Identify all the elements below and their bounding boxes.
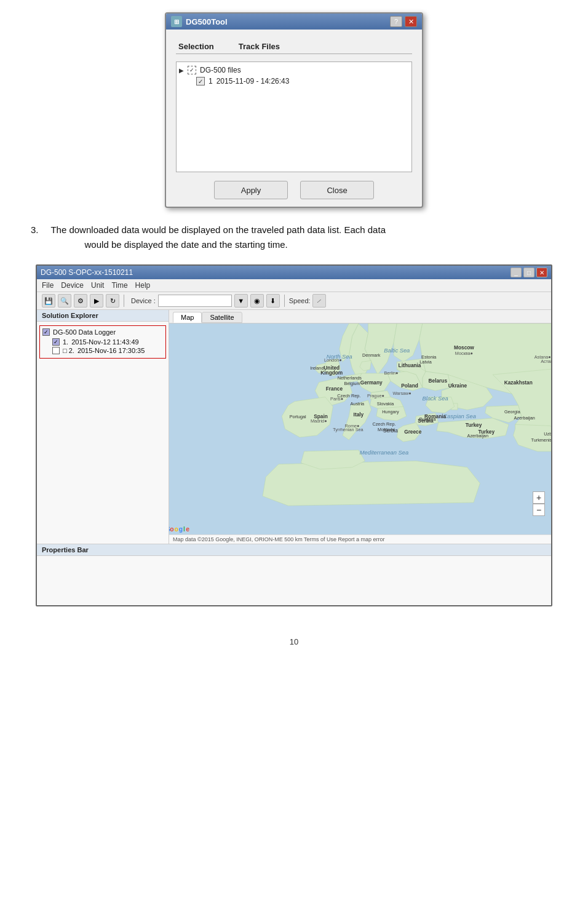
- app-title-text: DG-500 S-OPC-xx-1510211: [41, 268, 133, 277]
- help-button[interactable]: ?: [390, 16, 402, 27]
- file-group-row: ▶ ✓ DG-500 files: [179, 66, 409, 74]
- map-footer-text: Map data ©2015 Google, INEGI, ORION-ME 5…: [173, 536, 385, 542]
- dialog-title-text: DG500Tool: [186, 17, 228, 26]
- svg-marker-30: [263, 461, 480, 506]
- svg-text:Lithuania: Lithuania: [399, 362, 421, 368]
- page-num-text: 10: [290, 637, 298, 646]
- group-tree-checkbox[interactable]: ✓: [42, 328, 50, 336]
- menu-file[interactable]: File: [42, 281, 54, 290]
- play-icon[interactable]: ▶: [90, 294, 103, 308]
- step-number: 3.: [31, 224, 39, 235]
- tree-item-1-date: 2015-Nov-12 11:43:49: [71, 338, 138, 346]
- svg-text:Turkey: Turkey: [466, 422, 482, 428]
- map-svg: North Sea Baltic Sea Black Sea Mediterra…: [169, 324, 551, 534]
- tree-group-label: ✓ DG-500 Data Logger: [42, 328, 163, 336]
- tree-item-2-checkbox[interactable]: [52, 347, 60, 354]
- device-label: Device :: [131, 297, 156, 304]
- svg-text:l: l: [183, 526, 185, 533]
- tree-item-1-checkbox[interactable]: ✓: [52, 338, 60, 346]
- minimize-button[interactable]: _: [511, 268, 522, 277]
- svg-text:Germany: Germany: [360, 379, 383, 386]
- svg-text:Serbia: Serbia: [383, 427, 398, 434]
- app-titlebar-right: _ □ ✕: [511, 268, 547, 277]
- close-dialog-button[interactable]: Close: [300, 181, 374, 199]
- dialog-titlebar-right: ? ✕: [390, 16, 417, 27]
- data-logger-label: DG-500 Data Logger: [53, 328, 116, 336]
- zoom-in-button[interactable]: +: [533, 491, 545, 504]
- menu-unit[interactable]: Unit: [91, 281, 104, 290]
- menu-device[interactable]: Device: [61, 281, 84, 290]
- dialog-buttons: Apply Close: [176, 181, 412, 199]
- file-list: ▶ ✓ DG-500 files ✓ 1 2015-11-09 - 14:26:…: [176, 62, 412, 172]
- svg-text:Latvia: Latvia: [419, 359, 432, 365]
- svg-text:Madrid●: Madrid●: [311, 418, 327, 424]
- file-checkbox[interactable]: ✓: [196, 77, 205, 85]
- speed-label: Speed:: [289, 297, 311, 304]
- svg-text:Greece: Greece: [404, 429, 422, 435]
- svg-text:Czech Rep.: Czech Rep.: [372, 421, 395, 427]
- speed-control: Speed: ⟋: [289, 294, 326, 308]
- menu-time[interactable]: Time: [111, 281, 127, 290]
- maximize-button[interactable]: □: [523, 268, 534, 277]
- tree-item-1-num: 1.: [63, 338, 68, 346]
- tree-item-2-date: 2015-Nov-16 17:30:35: [77, 347, 145, 354]
- connect-icon[interactable]: ◉: [250, 294, 264, 308]
- group-checkbox[interactable]: ✓: [188, 66, 196, 74]
- zoom-out-button[interactable]: −: [533, 504, 545, 516]
- device-input[interactable]: [158, 295, 232, 307]
- svg-text:o: o: [170, 526, 173, 533]
- svg-text:Italy: Italy: [354, 411, 364, 418]
- dialog-wrapper: ⊞ DG500Tool ? ✕ Selection Track Files ▶ …: [25, 12, 563, 208]
- search-icon[interactable]: 🔍: [58, 294, 71, 308]
- app-titlebar: DG-500 S-OPC-xx-1510211 _ □ ✕: [37, 266, 551, 279]
- save-icon[interactable]: 💾: [42, 294, 55, 308]
- menu-help[interactable]: Help: [135, 281, 151, 290]
- col-track-files: Track Files: [239, 42, 280, 51]
- svg-text:Azerbaijan: Azerbaijan: [514, 415, 534, 421]
- svg-text:o: o: [175, 526, 178, 533]
- apply-button[interactable]: Apply: [214, 181, 288, 199]
- file-item-date: 2015-11-09 - 14:26:43: [217, 77, 290, 85]
- app-icon: ⊞: [171, 16, 182, 27]
- map-footer: Map data ©2015 Google, INEGI, ORION-ME 5…: [169, 534, 551, 544]
- close-app-button[interactable]: ✕: [536, 268, 547, 277]
- svg-text:London●: London●: [324, 357, 342, 363]
- settings-icon[interactable]: ⚙: [74, 294, 87, 308]
- properties-bar-content: [37, 556, 551, 605]
- tab-satellite[interactable]: Satellite: [202, 312, 242, 323]
- svg-text:Kazakhstan: Kazakhstan: [504, 379, 533, 386]
- download-icon[interactable]: ⬇: [266, 294, 280, 308]
- svg-text:Hungary: Hungary: [382, 409, 399, 415]
- solution-tree: ✓ DG-500 Data Logger ✓ 1. 2015-Nov-12 11…: [37, 322, 169, 365]
- svg-text:Czech Rep.: Czech Rep.: [337, 393, 360, 399]
- solution-explorer: Solution Explorer ✓ DG-500 Data Logger ✓…: [37, 310, 169, 544]
- svg-text:Estonia: Estonia: [421, 354, 437, 360]
- svg-text:Ireland: Ireland: [310, 365, 324, 371]
- speed-slider-icon[interactable]: ⟋: [312, 294, 326, 308]
- step-3-text: 3. The downloaded data would be displaye…: [25, 223, 563, 252]
- svg-text:g: g: [179, 526, 183, 533]
- page-number: 10: [25, 637, 563, 646]
- app-window: DG-500 S-OPC-xx-1510211 _ □ ✕ File Devic…: [36, 264, 552, 606]
- svg-text:Denmark: Denmark: [362, 352, 381, 358]
- refresh-icon[interactable]: ↻: [106, 294, 119, 308]
- svg-text:Black Sea: Black Sea: [423, 395, 448, 402]
- dialog-window: ⊞ DG500Tool ? ✕ Selection Track Files ▶ …: [165, 12, 423, 208]
- map-canvas[interactable]: North Sea Baltic Sea Black Sea Mediterra…: [169, 324, 551, 534]
- dialog-title-left: ⊞ DG500Tool: [171, 16, 228, 27]
- solution-explorer-title: Solution Explorer: [37, 310, 169, 322]
- svg-text:Berlin●: Berlin●: [384, 370, 398, 376]
- step-text-line2: would be displayed the date and the star…: [85, 239, 288, 250]
- file-group-label: DG-500 files: [200, 66, 241, 74]
- svg-text:Uzbekistan: Uzbekistan: [544, 431, 551, 437]
- svg-text:Portugal: Portugal: [290, 414, 306, 419]
- device-search-icon[interactable]: ▼: [234, 294, 248, 308]
- svg-text:Ukraine: Ukraine: [448, 383, 467, 389]
- map-area: Map Satellite: [169, 310, 551, 544]
- svg-text:Warsaw●: Warsaw●: [392, 391, 411, 396]
- toolbar-separator2: [284, 295, 285, 307]
- app-toolbar: 💾 🔍 ⚙ ▶ ↻ Device : ▼ ◉ ⬇ Speed: ⟋: [37, 292, 551, 310]
- svg-text:Belarus: Belarus: [429, 378, 448, 384]
- close-window-button[interactable]: ✕: [405, 16, 417, 27]
- tab-map[interactable]: Map: [173, 312, 202, 323]
